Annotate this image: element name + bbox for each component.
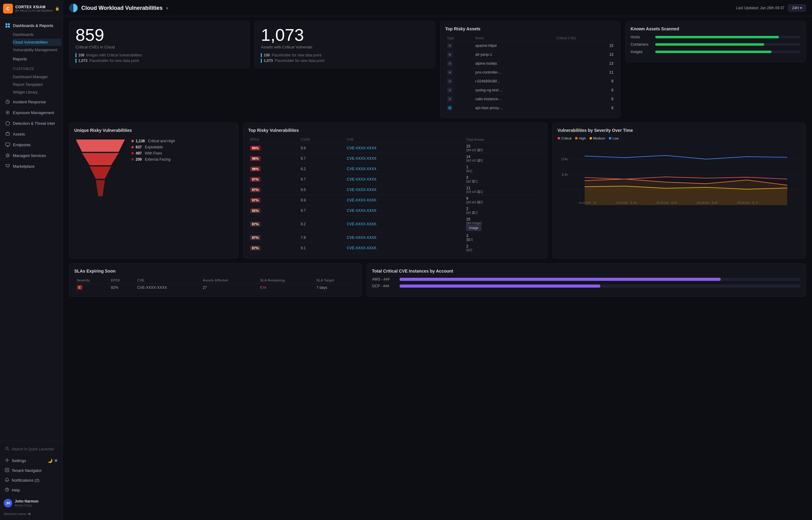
sidebar-item-detection-threat-intel[interactable]: Detection & Threat Intel [1,118,61,128]
vuln-cve[interactable]: CVE-XXXX-XXXX [345,143,464,153]
vuln-cve[interactable]: CVE-XXXX-XXXX [345,205,464,216]
table-row: ⊟ apache:httpd 15 [445,42,615,50]
svg-rect-8 [5,143,10,146]
assets-sub2-label: Placeholder for new data point [275,58,324,63]
vuln-cve[interactable]: CVE-XXXX-XXXX [345,232,464,243]
col-cve: CVE [345,136,464,143]
assets-sub1-label: Placeholder for new data point [272,53,321,57]
asset-cves: 13 [555,59,615,68]
sidebar-navigation: Dashboards & Reports Dashboards Cloud Vu… [0,18,63,441]
sidebar-item-managed-services[interactable]: Managed Services [1,150,61,161]
table-row: 97% 9.7 CVE-XXXX-XXXX 3 [⊞2 🖼1] [248,174,542,185]
sla-epss: 92% [108,284,135,292]
asset-type-icon: ⊟ [447,61,453,66]
vuln-total: 2 [⊞2] [464,243,542,253]
account-bar-bg [399,278,801,281]
account-bar-fill [399,285,600,288]
app-logo-icon: C [3,4,13,14]
asset-type-icon: ⊞ [447,70,453,75]
asset-name[interactable]: alpine:nodejs [473,59,555,68]
vuln-cve[interactable]: CVE-XXXX-XXXX [345,174,464,185]
top-risky-assets-card: Top Risky Assets Type Asset Critical CVE… [440,21,620,118]
sub1-count: 108 [78,53,84,57]
asset-cves: 11 [555,68,615,77]
risky-assets-table: Type Asset Critical CVEs ⊟ apache:httpd … [445,35,615,112]
light-mode-icon[interactable]: ✱ [54,458,58,463]
sidebar-item-settings[interactable]: Settings 🌙 ✱ [1,456,61,465]
asset-type-cell: ⊟ [445,95,473,104]
assets-sub2-count: 1,073 [264,58,273,63]
minimize-menu-button[interactable]: Minimize menu ◀ [0,510,63,518]
sidebar-item-vulnerability-management[interactable]: Vulnerability Management [13,46,61,54]
sidebar-item-dashboards-reports[interactable]: Dashboards & Reports [1,20,61,31]
critical-cves-sub2: 1,073 Placeholder for new data point [75,58,243,63]
sidebar-item-tenant-navigator[interactable]: Tenant Navigator [1,466,61,475]
cve-account-bars: AWS - ### GCP - ### [372,277,801,288]
asset-name[interactable]: apache:httpd [473,42,555,50]
account-bar-row: GCP - ### [372,284,801,288]
sidebar-item-exposure-management[interactable]: Exposure Management [1,107,61,118]
col-epss: EPSS [248,136,299,143]
sidebar-item-marketplace[interactable]: Marketplace [1,161,61,172]
asset-type-cell: 🌐 [445,104,473,112]
asset-cves: 13 [555,50,615,59]
endpoints-label: Endpoints [13,142,31,147]
asset-name[interactable]: afr-jump-1 [473,50,555,59]
assets-label: Assets [13,132,25,136]
known-assets-title: Known Assets Scanned [631,26,801,31]
dashboards-submenu: Dashboards Cloud Vulnerabilities Vulnera… [0,31,63,54]
asset-bar-label: Images [631,50,652,54]
customize-submenu: Dashboard Manager Report Templates Widge… [0,73,63,96]
asset-type-icon: ⊞ [447,52,453,57]
time-range-button[interactable]: 24H ▾ [788,4,806,12]
page-title-caret[interactable]: ▾ [166,6,168,11]
vuln-cve[interactable]: CVE-XXXX-XXXX [345,195,464,205]
sidebar-item-incident-response[interactable]: Incident Response [1,97,61,107]
vuln-cvss: 8.2 [299,216,345,232]
vuln-cve[interactable]: CVE-XXXX-XXXX [345,185,464,195]
sidebar-item-dashboard-manager[interactable]: Dashboard Manager [13,73,61,81]
vuln-cve[interactable]: CVE-XXXX-XXXX [345,153,464,164]
sidebar-item-help[interactable]: Help [1,485,61,495]
svg-text:1k: 1k [561,173,568,176]
vuln-cve[interactable]: CVE-XXXX-XXXX [345,164,464,174]
funnel-label-2: Exploitable [145,145,163,149]
sla-col-severity: Severity [74,277,108,284]
sidebar-item-endpoints[interactable]: Endpoints [1,139,61,150]
quick-launcher-search[interactable]: Search in Quick Launcher [1,444,61,454]
asset-cves: 15 [555,42,615,50]
stat-card-critical-cves: 859 Critical CVEs in Cloud 108 Images wi… [69,21,249,68]
table-row: ⊟ alpine:nodejs 13 [445,59,615,68]
sidebar-item-reports[interactable]: Reports [1,54,61,64]
sidebar-item-dashboards[interactable]: Dashboards [13,31,61,38]
asset-type-icon: ⊟ [447,87,453,93]
asset-name[interactable]: api-rbac-proxy-... [473,104,555,112]
sidebar-item-widget-library[interactable]: Widget Library [13,88,61,96]
sidebar-item-notifications[interactable]: Notifications (2) [1,475,61,485]
dark-mode-icon[interactable]: 🌙 [48,458,52,463]
asset-type-cell: ⊟ [445,42,473,50]
vuln-cve[interactable]: CVE-XXXX-XXXX [345,216,464,232]
sla-severity: C [74,284,108,292]
endpoints-icon [5,142,10,148]
cve-by-account-card: Total Critical CVE Instances by Account … [367,263,806,297]
sidebar-item-assets[interactable]: Assets [1,129,61,139]
asset-cves: 9 [555,86,615,95]
user-profile[interactable]: JH John Harmon Acme Corp. [0,496,63,510]
severity-chart-card: Vulnerabilities by Severity Over Time Cr… [552,123,806,258]
known-assets-card: Known Assets Scanned Hosts Containers Im… [625,21,806,62]
asset-name[interactable]: i-024669436f... [473,77,555,86]
customize-label: Customize [13,67,34,71]
minimize-menu-label: Minimize menu [4,512,26,516]
vuln-cvss: 8.2 [299,164,345,174]
sidebar-item-report-templates[interactable]: Report Templates [13,81,61,88]
svg-point-11 [8,167,9,168]
sidebar-item-cloud-vulnerabilities[interactable]: Cloud Vulnerabilities [13,38,61,46]
vuln-total: 1 [⊞1] [464,164,542,174]
funnel-legend: 1,138 Critical and High 637 Exploitable … [131,136,175,162]
account-bar-bg [399,285,801,288]
asset-name[interactable]: syslog-ng-test-... [473,86,555,95]
asset-name[interactable]: pos-controller-... [473,68,555,77]
vuln-cve[interactable]: CVE-XXXX-XXXX [345,243,464,253]
asset-name[interactable]: callu-instance-... [473,95,555,104]
